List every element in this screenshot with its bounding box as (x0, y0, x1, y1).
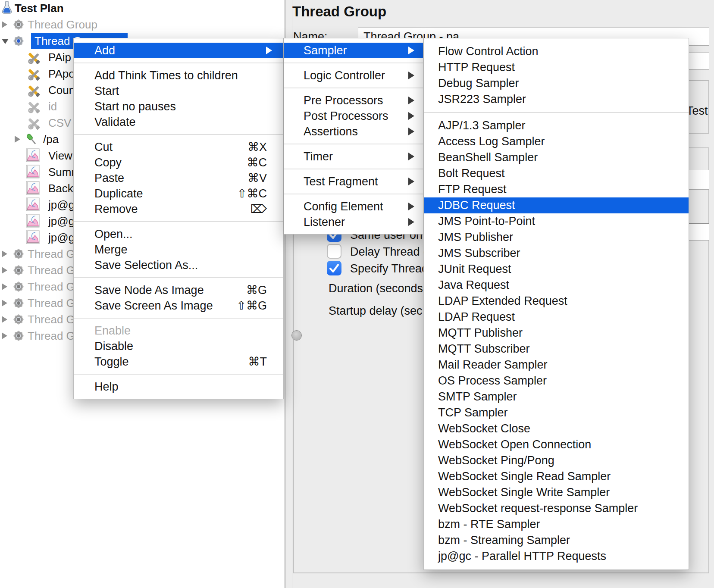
menu-item-assertions[interactable]: Assertions (284, 124, 423, 139)
menu-item-label: Access Log Sampler (438, 135, 545, 148)
menu-item-access-log-sampler[interactable]: Access Log Sampler (424, 134, 689, 150)
menu-item-listener[interactable]: Listener (284, 214, 423, 230)
menu-item-websocket-open-connection[interactable]: WebSocket Open Connection (424, 437, 689, 453)
menu-item-ajp-1-3-sampler[interactable]: AJP/1.3 Sampler (424, 118, 689, 134)
menu-item-websocket-single-write-sampler[interactable]: WebSocket Single Write Sampler (424, 485, 689, 500)
menu-item-copy[interactable]: Copy⌘C (74, 155, 283, 170)
expand-arrow-icon[interactable] (2, 332, 7, 339)
menu-item-save-selection-as[interactable]: Save Selection As... (74, 257, 283, 273)
menu-item-config-element[interactable]: Config Element (284, 199, 423, 214)
menu-item-bolt-request[interactable]: Bolt Request (424, 166, 689, 181)
dropper-icon (24, 132, 40, 149)
expand-arrow-icon[interactable] (15, 136, 20, 143)
menu-item-websocket-single-read-sampler[interactable]: WebSocket Single Read Sampler (424, 469, 689, 485)
menu-item-post-processors[interactable]: Post Processors (284, 108, 423, 124)
menu-item-ldap-extended-request[interactable]: LDAP Extended Request (424, 293, 689, 309)
menu-item-flow-control-action[interactable]: Flow Control Action (424, 44, 689, 59)
menu-item-label: jp@gc - Parallel HTTP Requests (438, 550, 606, 563)
menu-item-duplicate[interactable]: Duplicate⇧⌘C (74, 186, 283, 201)
menu-item-os-process-sampler[interactable]: OS Process Sampler (424, 373, 689, 389)
expand-arrow-icon[interactable] (2, 250, 7, 257)
menu-item-cut[interactable]: Cut⌘X (74, 139, 283, 155)
menu-item-label: AJP/1.3 Sampler (438, 119, 526, 132)
menu-item-java-request[interactable]: Java Request (424, 277, 689, 293)
menu-item-tcp-sampler[interactable]: TCP Sampler (424, 405, 689, 421)
expand-arrow-icon[interactable] (2, 283, 7, 290)
menu-item-validate[interactable]: Validate (74, 114, 283, 130)
menu-item-websocket-close[interactable]: WebSocket Close (424, 421, 689, 437)
tree-item-label: View (48, 147, 72, 164)
chart-icon (26, 148, 40, 164)
tree-item-test-plan[interactable]: Test Plan (0, 0, 285, 16)
chart-icon (26, 165, 40, 180)
menu-item-websocket-ping-pong[interactable]: WebSocket Ping/Pong (424, 453, 689, 469)
menu-item-merge[interactable]: Merge (74, 242, 283, 257)
menu-item-paste[interactable]: Paste⌘V (74, 170, 283, 186)
menu-item-label: bzm - RTE Sampler (438, 518, 540, 531)
checkbox-unchecked-icon[interactable] (327, 244, 341, 259)
expand-arrow-icon[interactable] (2, 267, 7, 274)
splitter-handle[interactable] (291, 330, 302, 341)
menu-item-shortcut: ⌘V (247, 171, 267, 185)
expand-arrow-icon[interactable] (2, 21, 7, 28)
menu-item-pre-processors[interactable]: Pre Processors (284, 93, 423, 108)
menu-item-label: MQTT Subscriber (438, 342, 530, 356)
menu-item-junit-request[interactable]: JUnit Request (424, 261, 689, 277)
menu-item-enable: Enable (74, 323, 283, 338)
checkbox-label: Specify Thread (350, 261, 428, 276)
menu-separator (74, 63, 283, 63)
menu-item-save-screen-as-image[interactable]: Save Screen As Image⇧⌘G (74, 298, 283, 313)
menu-item-ldap-request[interactable]: LDAP Request (424, 309, 689, 325)
menu-item-remove[interactable]: Remove⌦ (74, 201, 283, 217)
expand-arrow-icon[interactable] (2, 316, 7, 323)
menu-item-test-fragment[interactable]: Test Fragment (284, 174, 423, 189)
menu-item-disable[interactable]: Disable (74, 338, 283, 354)
menu-item-websocket-request-response-sampler[interactable]: WebSocket request-response Sampler (424, 500, 689, 516)
collapse-arrow-icon[interactable] (2, 39, 9, 44)
menu-item-open[interactable]: Open... (74, 226, 283, 242)
checkbox-label: Delay Thread c (350, 244, 429, 260)
gear-icon (11, 279, 26, 296)
submenu-arrow-icon (408, 97, 414, 104)
menu-item-ftp-request[interactable]: FTP Request (424, 181, 689, 197)
menu-item-jsr223-sampler[interactable]: JSR223 Sampler (424, 91, 689, 107)
tree-item-label: Thread G (28, 262, 75, 278)
gear-icon (11, 296, 26, 312)
menu-item-bzm-streaming-sampler[interactable]: bzm - Streaming Sampler (424, 532, 689, 548)
menu-item-add-think-times-to-children[interactable]: Add Think Times to children (74, 68, 283, 83)
menu-item-jms-publisher[interactable]: JMS Publisher (424, 229, 689, 245)
menu-item-jdbc-request[interactable]: JDBC Request (424, 197, 689, 213)
menu-item-label: Cut (94, 141, 113, 154)
expand-arrow-icon[interactable] (2, 300, 7, 307)
stop-test-label-fragment: Test (686, 103, 708, 118)
tree-item-label: jp@g (48, 197, 75, 213)
menu-item-mqtt-publisher[interactable]: MQTT Publisher (424, 325, 689, 341)
tree-item-thread-group[interactable]: Thread Group (0, 16, 285, 33)
menu-item-bzm-rte-sampler[interactable]: bzm - RTE Sampler (424, 516, 689, 532)
menu-item-add[interactable]: Add (74, 43, 283, 58)
menu-item-start-no-pauses[interactable]: Start no pauses (74, 99, 283, 114)
menu-item-http-request[interactable]: HTTP Request (424, 59, 689, 75)
menu-item-label: OS Process Sampler (438, 374, 547, 388)
menu-item-label: Pre Processors (304, 94, 383, 107)
menu-item-beanshell-sampler[interactable]: BeanShell Sampler (424, 150, 689, 166)
menu-item-label: WebSocket Open Connection (438, 438, 591, 451)
menu-item-toggle[interactable]: Toggle⌘T (74, 354, 283, 369)
checkbox-checked-icon[interactable] (327, 261, 341, 275)
menu-item-jp-gc-parallel-http-requests[interactable]: jp@gc - Parallel HTTP Requests (424, 548, 689, 564)
menu-item-timer[interactable]: Timer (284, 149, 423, 164)
menu-item-debug-sampler[interactable]: Debug Sampler (424, 75, 689, 91)
menu-item-mail-reader-sampler[interactable]: Mail Reader Sampler (424, 357, 689, 373)
menu-item-save-node-as-image[interactable]: Save Node As Image⌘G (74, 282, 283, 298)
duration-label: Duration (seconds (329, 280, 423, 297)
menu-item-label: Save Screen As Image (94, 299, 213, 313)
menu-item-jms-subscriber[interactable]: JMS Subscriber (424, 245, 689, 261)
menu-item-start[interactable]: Start (74, 83, 283, 99)
menu-item-jms-point-to-point[interactable]: JMS Point-to-Point (424, 213, 689, 229)
menu-item-help[interactable]: Help (74, 379, 283, 394)
menu-item-smtp-sampler[interactable]: SMTP Sampler (424, 389, 689, 405)
menu-item-label: Bolt Request (438, 167, 505, 180)
menu-item-sampler[interactable]: Sampler (284, 43, 423, 58)
menu-item-logic-controller[interactable]: Logic Controller (284, 68, 423, 83)
menu-item-mqtt-subscriber[interactable]: MQTT Subscriber (424, 341, 689, 357)
